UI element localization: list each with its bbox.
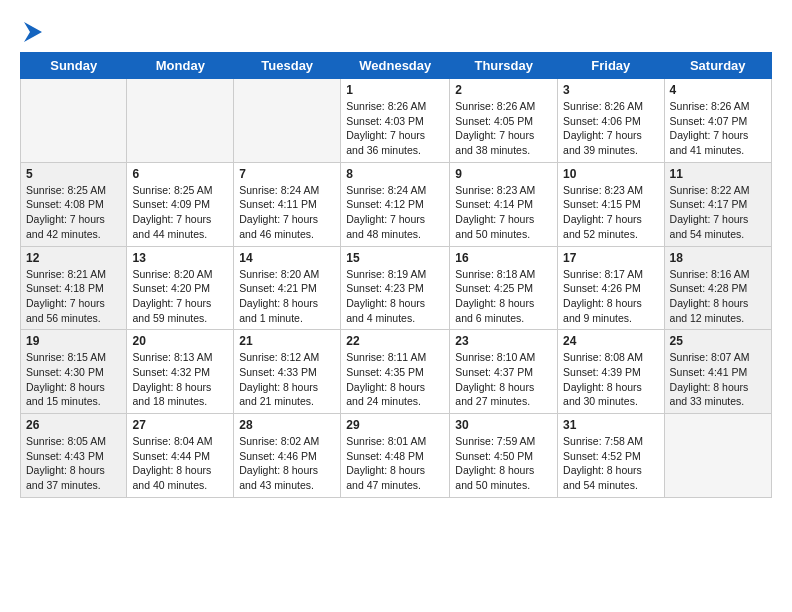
header xyxy=(20,18,772,46)
day-number: 3 xyxy=(563,83,658,97)
cell-info: Sunrise: 8:18 AM Sunset: 4:25 PM Dayligh… xyxy=(455,267,552,326)
day-number: 21 xyxy=(239,334,335,348)
cell-info: Sunrise: 8:17 AM Sunset: 4:26 PM Dayligh… xyxy=(563,267,658,326)
week-row-2: 5Sunrise: 8:25 AM Sunset: 4:08 PM Daylig… xyxy=(21,162,772,246)
calendar-cell: 27Sunrise: 8:04 AM Sunset: 4:44 PM Dayli… xyxy=(127,414,234,498)
calendar-cell: 28Sunrise: 8:02 AM Sunset: 4:46 PM Dayli… xyxy=(234,414,341,498)
logo xyxy=(20,18,48,46)
day-number: 17 xyxy=(563,251,658,265)
day-number: 1 xyxy=(346,83,444,97)
cell-info: Sunrise: 8:23 AM Sunset: 4:15 PM Dayligh… xyxy=(563,183,658,242)
calendar-cell: 13Sunrise: 8:20 AM Sunset: 4:20 PM Dayli… xyxy=(127,246,234,330)
day-number: 11 xyxy=(670,167,766,181)
calendar-cell: 19Sunrise: 8:15 AM Sunset: 4:30 PM Dayli… xyxy=(21,330,127,414)
calendar-table: SundayMondayTuesdayWednesdayThursdayFrid… xyxy=(20,52,772,498)
day-number: 4 xyxy=(670,83,766,97)
calendar-cell: 25Sunrise: 8:07 AM Sunset: 4:41 PM Dayli… xyxy=(664,330,771,414)
cell-info: Sunrise: 8:13 AM Sunset: 4:32 PM Dayligh… xyxy=(132,350,228,409)
cell-info: Sunrise: 8:15 AM Sunset: 4:30 PM Dayligh… xyxy=(26,350,121,409)
calendar-cell: 4Sunrise: 8:26 AM Sunset: 4:07 PM Daylig… xyxy=(664,79,771,163)
day-number: 23 xyxy=(455,334,552,348)
calendar-cell xyxy=(664,414,771,498)
day-number: 2 xyxy=(455,83,552,97)
week-row-5: 26Sunrise: 8:05 AM Sunset: 4:43 PM Dayli… xyxy=(21,414,772,498)
weekday-header-wednesday: Wednesday xyxy=(341,53,450,79)
day-number: 27 xyxy=(132,418,228,432)
weekday-header-tuesday: Tuesday xyxy=(234,53,341,79)
day-number: 14 xyxy=(239,251,335,265)
cell-info: Sunrise: 8:02 AM Sunset: 4:46 PM Dayligh… xyxy=(239,434,335,493)
cell-info: Sunrise: 7:59 AM Sunset: 4:50 PM Dayligh… xyxy=(455,434,552,493)
cell-info: Sunrise: 8:24 AM Sunset: 4:11 PM Dayligh… xyxy=(239,183,335,242)
day-number: 6 xyxy=(132,167,228,181)
calendar-cell: 20Sunrise: 8:13 AM Sunset: 4:32 PM Dayli… xyxy=(127,330,234,414)
day-number: 19 xyxy=(26,334,121,348)
day-number: 26 xyxy=(26,418,121,432)
day-number: 15 xyxy=(346,251,444,265)
cell-info: Sunrise: 8:08 AM Sunset: 4:39 PM Dayligh… xyxy=(563,350,658,409)
day-number: 16 xyxy=(455,251,552,265)
cell-info: Sunrise: 8:10 AM Sunset: 4:37 PM Dayligh… xyxy=(455,350,552,409)
weekday-header-friday: Friday xyxy=(558,53,664,79)
week-row-1: 1Sunrise: 8:26 AM Sunset: 4:03 PM Daylig… xyxy=(21,79,772,163)
calendar-cell xyxy=(234,79,341,163)
cell-info: Sunrise: 7:58 AM Sunset: 4:52 PM Dayligh… xyxy=(563,434,658,493)
cell-info: Sunrise: 8:25 AM Sunset: 4:09 PM Dayligh… xyxy=(132,183,228,242)
cell-info: Sunrise: 8:11 AM Sunset: 4:35 PM Dayligh… xyxy=(346,350,444,409)
svg-marker-0 xyxy=(24,22,42,42)
day-number: 24 xyxy=(563,334,658,348)
day-number: 29 xyxy=(346,418,444,432)
cell-info: Sunrise: 8:26 AM Sunset: 4:03 PM Dayligh… xyxy=(346,99,444,158)
weekday-header-sunday: Sunday xyxy=(21,53,127,79)
calendar-cell: 26Sunrise: 8:05 AM Sunset: 4:43 PM Dayli… xyxy=(21,414,127,498)
calendar-cell: 10Sunrise: 8:23 AM Sunset: 4:15 PM Dayli… xyxy=(558,162,664,246)
weekday-header-saturday: Saturday xyxy=(664,53,771,79)
calendar-cell: 1Sunrise: 8:26 AM Sunset: 4:03 PM Daylig… xyxy=(341,79,450,163)
calendar-cell: 5Sunrise: 8:25 AM Sunset: 4:08 PM Daylig… xyxy=(21,162,127,246)
calendar-cell: 16Sunrise: 8:18 AM Sunset: 4:25 PM Dayli… xyxy=(450,246,558,330)
calendar-cell: 2Sunrise: 8:26 AM Sunset: 4:05 PM Daylig… xyxy=(450,79,558,163)
day-number: 10 xyxy=(563,167,658,181)
calendar-cell: 23Sunrise: 8:10 AM Sunset: 4:37 PM Dayli… xyxy=(450,330,558,414)
cell-info: Sunrise: 8:21 AM Sunset: 4:18 PM Dayligh… xyxy=(26,267,121,326)
day-number: 28 xyxy=(239,418,335,432)
calendar-cell: 14Sunrise: 8:20 AM Sunset: 4:21 PM Dayli… xyxy=(234,246,341,330)
cell-info: Sunrise: 8:07 AM Sunset: 4:41 PM Dayligh… xyxy=(670,350,766,409)
calendar-cell: 15Sunrise: 8:19 AM Sunset: 4:23 PM Dayli… xyxy=(341,246,450,330)
weekday-header-monday: Monday xyxy=(127,53,234,79)
day-number: 9 xyxy=(455,167,552,181)
calendar-cell: 11Sunrise: 8:22 AM Sunset: 4:17 PM Dayli… xyxy=(664,162,771,246)
cell-info: Sunrise: 8:26 AM Sunset: 4:05 PM Dayligh… xyxy=(455,99,552,158)
calendar-cell: 9Sunrise: 8:23 AM Sunset: 4:14 PM Daylig… xyxy=(450,162,558,246)
cell-info: Sunrise: 8:24 AM Sunset: 4:12 PM Dayligh… xyxy=(346,183,444,242)
cell-info: Sunrise: 8:26 AM Sunset: 4:06 PM Dayligh… xyxy=(563,99,658,158)
week-row-3: 12Sunrise: 8:21 AM Sunset: 4:18 PM Dayli… xyxy=(21,246,772,330)
day-number: 31 xyxy=(563,418,658,432)
calendar-cell: 3Sunrise: 8:26 AM Sunset: 4:06 PM Daylig… xyxy=(558,79,664,163)
cell-info: Sunrise: 8:26 AM Sunset: 4:07 PM Dayligh… xyxy=(670,99,766,158)
cell-info: Sunrise: 8:19 AM Sunset: 4:23 PM Dayligh… xyxy=(346,267,444,326)
calendar-cell: 30Sunrise: 7:59 AM Sunset: 4:50 PM Dayli… xyxy=(450,414,558,498)
calendar-cell: 21Sunrise: 8:12 AM Sunset: 4:33 PM Dayli… xyxy=(234,330,341,414)
day-number: 20 xyxy=(132,334,228,348)
day-number: 25 xyxy=(670,334,766,348)
cell-info: Sunrise: 8:12 AM Sunset: 4:33 PM Dayligh… xyxy=(239,350,335,409)
cell-info: Sunrise: 8:04 AM Sunset: 4:44 PM Dayligh… xyxy=(132,434,228,493)
day-number: 8 xyxy=(346,167,444,181)
calendar-cell: 31Sunrise: 7:58 AM Sunset: 4:52 PM Dayli… xyxy=(558,414,664,498)
calendar-cell: 22Sunrise: 8:11 AM Sunset: 4:35 PM Dayli… xyxy=(341,330,450,414)
cell-info: Sunrise: 8:20 AM Sunset: 4:21 PM Dayligh… xyxy=(239,267,335,326)
cell-info: Sunrise: 8:16 AM Sunset: 4:28 PM Dayligh… xyxy=(670,267,766,326)
day-number: 22 xyxy=(346,334,444,348)
weekday-header-row: SundayMondayTuesdayWednesdayThursdayFrid… xyxy=(21,53,772,79)
day-number: 12 xyxy=(26,251,121,265)
cell-info: Sunrise: 8:05 AM Sunset: 4:43 PM Dayligh… xyxy=(26,434,121,493)
calendar-cell: 6Sunrise: 8:25 AM Sunset: 4:09 PM Daylig… xyxy=(127,162,234,246)
cell-info: Sunrise: 8:23 AM Sunset: 4:14 PM Dayligh… xyxy=(455,183,552,242)
logo-icon xyxy=(20,18,48,46)
weekday-header-thursday: Thursday xyxy=(450,53,558,79)
week-row-4: 19Sunrise: 8:15 AM Sunset: 4:30 PM Dayli… xyxy=(21,330,772,414)
calendar-cell: 24Sunrise: 8:08 AM Sunset: 4:39 PM Dayli… xyxy=(558,330,664,414)
day-number: 7 xyxy=(239,167,335,181)
calendar-cell: 12Sunrise: 8:21 AM Sunset: 4:18 PM Dayli… xyxy=(21,246,127,330)
